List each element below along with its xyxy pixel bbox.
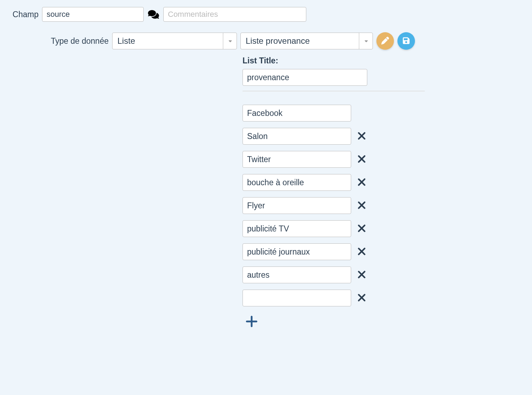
list-select-input[interactable] [240,33,373,49]
close-icon [356,176,368,189]
type-label: Type de donnée [7,36,109,46]
type-select[interactable] [112,33,237,49]
delete-item-button[interactable] [355,175,369,189]
champ-label: Champ [7,10,39,19]
comments-icon [147,9,160,19]
list-item [243,243,425,260]
save-icon [402,37,410,46]
list-item-input[interactable] [243,290,351,306]
row-type: Type de donnée [7,32,525,50]
list-items-container [243,105,425,306]
delete-item-button[interactable] [355,199,369,213]
edit-button[interactable] [376,32,394,50]
list-select[interactable] [240,33,373,49]
list-title-label: List Title: [243,56,425,65]
delete-item-button[interactable] [355,129,369,143]
delete-item-button[interactable] [355,152,369,166]
close-icon [356,292,368,305]
save-button[interactable] [397,32,415,50]
list-editor-section: List Title: [243,56,425,330]
delete-item-button[interactable] [355,268,369,282]
list-item [243,151,425,168]
list-item [243,290,425,306]
list-item-input[interactable] [243,174,351,191]
close-icon [356,269,368,282]
list-item [243,128,425,145]
list-item [243,174,425,191]
list-item-input[interactable] [243,243,351,260]
list-item-input[interactable] [243,266,351,283]
delete-item-button[interactable] [355,222,369,236]
list-item-input[interactable] [243,105,351,122]
add-item-button[interactable] [244,314,259,330]
list-item-input[interactable] [243,220,351,237]
list-item [243,220,425,237]
type-select-input[interactable] [112,33,237,49]
pencil-icon [381,37,389,46]
close-icon [356,130,368,143]
list-item [243,105,425,122]
delete-item-button[interactable] [355,245,369,259]
close-icon [356,222,368,235]
row-champ: Champ [7,7,525,22]
divider [243,91,425,91]
champ-input[interactable] [42,7,144,22]
delete-item-button[interactable] [355,291,369,305]
close-icon [356,199,368,212]
list-item [243,266,425,283]
list-item-input[interactable] [243,197,351,214]
list-title-input[interactable] [243,69,367,86]
close-icon [356,245,368,258]
list-item-input[interactable] [243,151,351,168]
close-icon [356,153,368,166]
form-container: Champ Type de donnée [7,7,525,330]
list-item [243,197,425,214]
list-item-input[interactable] [243,128,351,145]
comments-input[interactable] [163,7,306,22]
plus-icon [245,314,259,330]
